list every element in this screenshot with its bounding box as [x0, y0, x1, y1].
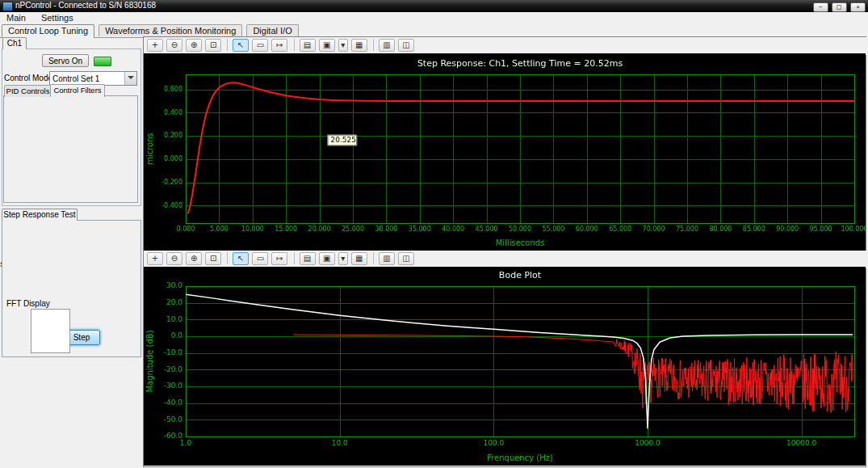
- data-cursor-icon: ↦: [276, 254, 283, 263]
- chevron-down-icon: ▾: [341, 254, 345, 263]
- zoom-out-icon: ⊖: [171, 40, 178, 49]
- control-filters-panel: [3, 95, 138, 203]
- copy-button[interactable]: ▣: [319, 39, 335, 52]
- menu-settings[interactable]: Settings: [35, 12, 80, 23]
- copy-icon: ▣: [323, 40, 330, 49]
- tab-control-loop-tuning[interactable]: Control Loop Tuning: [2, 24, 94, 38]
- menu-bar: Main Settings: [0, 12, 868, 24]
- minimize-button[interactable]: −: [813, 2, 828, 12]
- chevron-down-icon: [124, 72, 136, 85]
- servo-on-button[interactable]: Servo On: [42, 54, 89, 67]
- save-icon: ▦: [355, 40, 363, 49]
- bode-chart-toolbar: + ⊖ ⊕ ⊡ ↖ ▭ ↦ ▤ ▣ ▾ ▦ ▥ ◫: [144, 251, 868, 268]
- servo-status-led: [94, 57, 111, 66]
- pan-button[interactable]: +: [147, 39, 163, 52]
- cursor-icon: ↖: [237, 40, 244, 49]
- toolbar-separator: [227, 252, 228, 264]
- menu-main[interactable]: Main: [0, 12, 32, 23]
- maximize-button[interactable]: ◻: [832, 2, 847, 12]
- export-image-icon: ▤: [304, 40, 311, 49]
- print-button[interactable]: ▥: [379, 39, 395, 52]
- control-mode-value: Control Set 1: [50, 74, 124, 83]
- data-cursor-button[interactable]: ↦: [271, 252, 287, 265]
- pan-icon: +: [152, 254, 158, 263]
- toolbar-separator: [373, 252, 374, 264]
- channel-tab-ch1[interactable]: Ch1: [2, 37, 27, 49]
- zoom-in-icon: ⊕: [191, 254, 197, 263]
- pan-button[interactable]: +: [147, 252, 163, 265]
- fft-display-label: FFT Display: [5, 299, 52, 308]
- zoom-in-button[interactable]: ⊕: [186, 39, 202, 52]
- print-icon: ▥: [383, 254, 390, 263]
- window-controls: − ◻ ×: [812, 1, 866, 12]
- save-button[interactable]: ▦: [351, 39, 367, 52]
- app-icon: [2, 2, 13, 11]
- zoom-window-button[interactable]: ⊡: [205, 252, 221, 265]
- bode-plot-chart[interactable]: [144, 267, 866, 466]
- zoom-out-button[interactable]: ⊖: [166, 39, 182, 52]
- print-preview-icon: ◫: [402, 40, 409, 49]
- toolbar-separator: [373, 39, 374, 51]
- print-preview-button[interactable]: ◫: [398, 252, 414, 265]
- cursor-button[interactable]: ↖: [233, 252, 249, 265]
- export-image-button[interactable]: ▤: [300, 39, 316, 52]
- select-region-icon: ▭: [257, 40, 264, 49]
- save-icon: ▦: [355, 254, 363, 263]
- select-region-button[interactable]: ▭: [252, 252, 268, 265]
- tab-pid-controls[interactable]: PID Controls: [4, 85, 52, 97]
- zoom-in-icon: ⊕: [191, 40, 197, 49]
- toolbar-separator: [294, 252, 295, 264]
- copy-icon: ▣: [323, 254, 330, 263]
- zoom-window-button[interactable]: ⊡: [205, 39, 221, 52]
- tab-step-response-test[interactable]: Step Response Test: [2, 209, 78, 221]
- tab-control-filters[interactable]: Control Filters: [50, 84, 105, 97]
- print-preview-icon: ◫: [402, 254, 409, 263]
- toolbar-separator: [294, 39, 295, 51]
- print-button[interactable]: ▥: [379, 252, 395, 265]
- copy-menu-button[interactable]: ▾: [338, 252, 348, 265]
- zoom-in-button[interactable]: ⊕: [186, 252, 202, 265]
- step-response-chart[interactable]: [144, 53, 866, 251]
- data-cursor-icon: ↦: [276, 40, 283, 49]
- copy-menu-button[interactable]: ▾: [338, 39, 348, 52]
- step-chart-toolbar: + ⊖ ⊕ ⊡ ↖ ▭ ↦ ▤ ▣ ▾ ▦ ▥ ◫: [144, 37, 868, 55]
- control-mode-label: Control Mode:: [4, 74, 55, 82]
- tab-digital-io[interactable]: Digital I/O: [246, 24, 298, 36]
- print-icon: ▥: [383, 40, 390, 49]
- tab-waveforms-position-monitoring[interactable]: Waveforms & Position Monitoring: [99, 24, 242, 36]
- select-region-icon: ▭: [257, 254, 264, 263]
- overlay-box: [31, 309, 70, 353]
- export-image-button[interactable]: ▤: [300, 252, 316, 265]
- title-bar: nPControl - Connected to S/N 6830168 − ◻…: [0, 0, 868, 12]
- cursor-icon: ↖: [237, 254, 244, 263]
- print-preview-button[interactable]: ◫: [398, 39, 414, 52]
- export-image-icon: ▤: [304, 254, 311, 263]
- close-button[interactable]: ×: [850, 2, 866, 12]
- window-title: nPControl - Connected to S/N 6830168: [15, 1, 156, 10]
- charts-panel: + ⊖ ⊕ ⊡ ↖ ▭ ↦ ▤ ▣ ▾ ▦ ▥ ◫ + ⊖ ⊕ ⊡ ↖ ▭ ↦: [143, 36, 866, 467]
- zoom-out-icon: ⊖: [171, 254, 178, 263]
- copy-button[interactable]: ▣: [319, 252, 335, 265]
- zoom-window-icon: ⊡: [210, 254, 216, 263]
- pan-icon: +: [152, 40, 158, 49]
- cursor-button[interactable]: ↖: [233, 39, 249, 52]
- zoom-window-icon: ⊡: [210, 40, 216, 49]
- save-button[interactable]: ▦: [351, 252, 367, 265]
- data-cursor-button[interactable]: ↦: [271, 39, 287, 52]
- toolbar-separator: [227, 39, 228, 51]
- select-region-button[interactable]: ▭: [252, 39, 268, 52]
- zoom-out-button[interactable]: ⊖: [166, 252, 182, 265]
- app-window: nPControl - Connected to S/N 6830168 − ◻…: [0, 0, 868, 468]
- chevron-down-icon: ▾: [341, 40, 345, 49]
